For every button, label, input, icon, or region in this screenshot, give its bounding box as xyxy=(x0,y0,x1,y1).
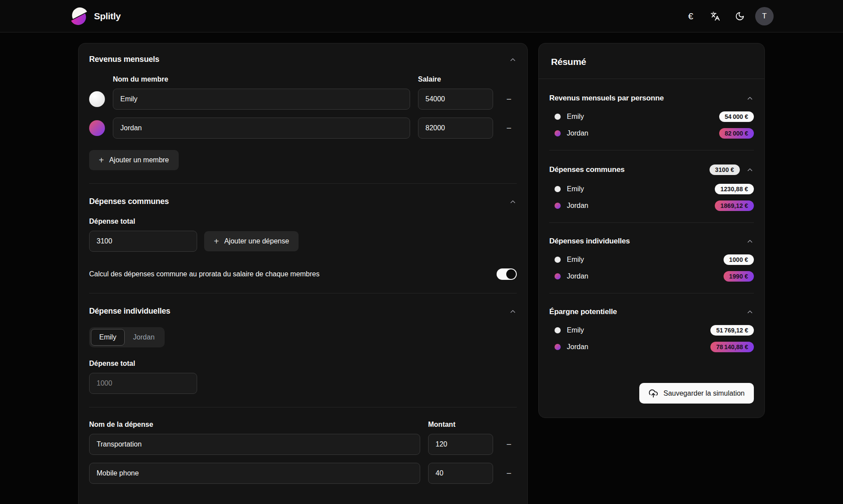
summary-common-expenses-header[interactable]: Dépenses communes 3100 € xyxy=(549,164,754,175)
summary-row: Jordan 1869,12 € xyxy=(555,200,754,211)
expense-amount-input[interactable] xyxy=(428,463,493,484)
summary-individual-expenses-header[interactable]: Dépenses individuelles xyxy=(549,237,754,246)
summary-member-name: Emily xyxy=(567,185,715,193)
section-total-badge: 3100 € xyxy=(710,164,740,175)
add-member-label: Ajouter un membre xyxy=(109,156,169,164)
chevron-up-icon[interactable] xyxy=(509,307,517,315)
summary-row: Emily 1230,88 € xyxy=(555,184,754,194)
summary-section-title: Revenus mensuels par personne xyxy=(549,94,746,103)
language-button[interactable] xyxy=(706,7,724,25)
cloud-upload-icon xyxy=(648,389,658,398)
individual-expenses-section-header[interactable]: Dépense individuelles xyxy=(89,307,517,316)
divider xyxy=(549,222,754,223)
summary-member-name: Emily xyxy=(567,256,724,264)
remove-expense-button[interactable]: − xyxy=(501,436,517,452)
remove-expense-button[interactable]: − xyxy=(501,465,517,481)
member-color-dot xyxy=(555,327,561,333)
member-row: − xyxy=(89,89,517,110)
summary-member-name: Jordan xyxy=(567,202,715,210)
value-badge: 1869,12 € xyxy=(715,200,754,211)
brand: Splitly xyxy=(69,6,121,26)
common-expense-total-input[interactable] xyxy=(89,231,197,252)
euro-icon: € xyxy=(688,11,693,21)
expense-name-input[interactable] xyxy=(89,434,420,455)
value-badge: 1230,88 € xyxy=(715,184,754,194)
value-badge: 78 140,88 € xyxy=(710,342,754,352)
plus-icon: + xyxy=(99,155,104,165)
chevron-up-icon[interactable] xyxy=(746,308,754,316)
summary-row: Jordan 1990 € xyxy=(555,271,754,282)
chevron-up-icon[interactable] xyxy=(746,237,754,245)
save-simulation-label: Sauvegarder la simulation xyxy=(663,390,745,397)
summary-section-individual-expenses: Dépenses individuelles Emily 1000 € Jord… xyxy=(549,225,754,296)
member-name-header: Nom du membre xyxy=(113,75,410,83)
chevron-up-icon[interactable] xyxy=(746,166,754,174)
section-divider xyxy=(89,407,517,407)
prorata-toggle[interactable] xyxy=(497,268,517,280)
splitly-logo-icon xyxy=(69,6,88,26)
summary-row: Jordan 82 000 € xyxy=(555,128,754,139)
member-salary-input[interactable] xyxy=(418,118,493,139)
expense-name-input[interactable] xyxy=(89,463,420,484)
summary-section-title: Dépenses communes xyxy=(549,165,710,174)
expense-amount-input[interactable] xyxy=(428,434,493,455)
member-salary-input[interactable] xyxy=(418,89,493,110)
member-name-input[interactable] xyxy=(113,118,410,139)
currency-button[interactable]: € xyxy=(681,7,700,25)
member-row: − xyxy=(89,118,517,139)
summary-member-name: Jordan xyxy=(567,129,719,137)
add-expense-button[interactable]: + Ajouter une dépense xyxy=(204,231,299,251)
dark-mode-button[interactable] xyxy=(731,7,749,25)
income-section-title: Revenus mensuels xyxy=(89,55,159,64)
individual-expense-total-label: Dépense total xyxy=(89,360,517,368)
toggle-thumb xyxy=(506,269,516,279)
minus-icon: − xyxy=(506,123,512,133)
section-divider xyxy=(89,183,517,184)
remove-member-button[interactable]: − xyxy=(501,91,517,107)
expense-row: − xyxy=(89,434,517,455)
minus-icon: − xyxy=(506,440,512,450)
member-name-input[interactable] xyxy=(113,89,410,110)
brand-name: Splitly xyxy=(94,11,121,21)
summary-section-title: Dépenses individuelles xyxy=(549,237,746,246)
summary-section-savings: Épargne potentielle Emily 51 769,12 € Jo… xyxy=(549,296,754,355)
divider xyxy=(549,293,754,293)
chevron-up-icon[interactable] xyxy=(509,198,517,206)
summary-row: Jordan 78 140,88 € xyxy=(555,342,754,352)
value-badge: 1990 € xyxy=(724,271,754,282)
remove-member-button[interactable]: − xyxy=(501,120,517,136)
add-member-button[interactable]: + Ajouter un membre xyxy=(89,150,179,170)
member-color-dot xyxy=(555,273,561,279)
languages-icon xyxy=(710,11,720,21)
common-expenses-title: Dépenses communes xyxy=(89,197,169,206)
summary-row: Emily 51 769,12 € xyxy=(555,325,754,336)
value-badge: 1000 € xyxy=(724,254,754,265)
summary-member-name: Jordan xyxy=(567,272,724,280)
tab-jordan[interactable]: Jordan xyxy=(125,329,163,346)
minus-icon: − xyxy=(506,468,512,479)
value-badge: 51 769,12 € xyxy=(710,325,754,336)
member-color-dot xyxy=(555,344,561,350)
individual-expense-total-input[interactable] xyxy=(89,373,197,394)
summary-card: Résumé Revenus mensuels par personne Emi… xyxy=(538,43,765,418)
expense-row: − xyxy=(89,463,517,484)
tab-emily[interactable]: Emily xyxy=(91,329,125,346)
save-simulation-button[interactable]: Sauvegarder la simulation xyxy=(639,383,754,404)
common-expenses-section-header[interactable]: Dépenses communes xyxy=(89,197,517,206)
simulation-form-card: Revenus mensuels Nom du membre Salaire −… xyxy=(78,43,528,504)
chevron-up-icon[interactable] xyxy=(746,94,754,102)
summary-savings-header[interactable]: Épargne potentielle xyxy=(549,307,754,316)
income-section-header[interactable]: Revenus mensuels xyxy=(89,55,517,64)
summary-income-header[interactable]: Revenus mensuels par personne xyxy=(549,94,754,103)
prorata-toggle-label: Calcul des dépenses commune au prorata d… xyxy=(89,270,320,278)
value-badge: 54 000 € xyxy=(719,111,754,122)
minus-icon: − xyxy=(506,94,512,104)
user-avatar[interactable]: T xyxy=(755,7,774,25)
member-color-dot xyxy=(89,120,105,136)
chevron-up-icon[interactable] xyxy=(509,56,517,64)
summary-title: Résumé xyxy=(539,43,764,79)
member-color-dot xyxy=(555,257,561,263)
moon-icon xyxy=(735,11,745,21)
expense-amount-header: Montant xyxy=(428,421,493,429)
common-expense-total-label: Dépense total xyxy=(89,218,517,225)
